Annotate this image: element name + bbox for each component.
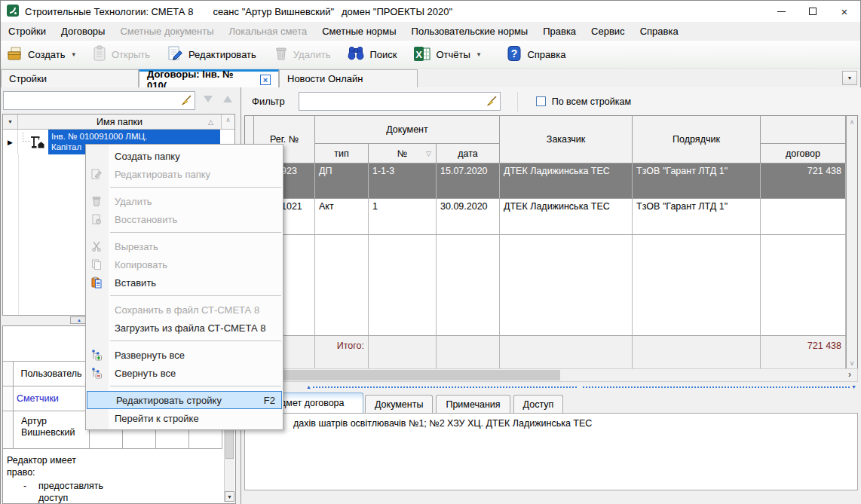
menu-item-lokalnaya-smeta: Локальная смета	[222, 23, 315, 40]
contract-column-header[interactable]: договор	[761, 144, 846, 163]
menu-item-dogovory[interactable]: Договоры	[54, 23, 112, 40]
create-caret-icon[interactable]: ▾	[72, 50, 75, 58]
tab-dogovory[interactable]: Договоры: Інв. № 010( ×	[139, 69, 279, 87]
edit-button[interactable]: Редактировать	[167, 45, 256, 64]
clear-filter-broom-icon[interactable]	[485, 95, 498, 108]
close-button[interactable]: ×	[829, 1, 860, 22]
table-horizontal-scrollbar[interactable]: ›	[244, 368, 858, 382]
search-button[interactable]: Поиск	[347, 45, 397, 64]
tab-documents[interactable]: Документы	[365, 395, 433, 413]
empty-cell	[633, 235, 761, 335]
cell-contract-amount[interactable]: 721 438	[761, 163, 846, 199]
users-vertical-scrollbar[interactable]: ▼	[224, 420, 234, 502]
menu-item-stroyki[interactable]: Стройки	[1, 23, 54, 40]
tab-novosti[interactable]: Новости Онлайн	[279, 69, 418, 87]
all-sites-checkbox[interactable]	[536, 96, 546, 106]
menu-edit-site[interactable]: Редактировать стройку F2	[87, 391, 282, 409]
minimize-button[interactable]	[765, 1, 797, 22]
customer-column-header[interactable]: Заказчик	[500, 116, 633, 163]
totals-amount: 721 438	[761, 335, 846, 369]
cell-type[interactable]: ДП	[315, 163, 369, 199]
scissors-icon	[90, 240, 104, 252]
menu-item-smetnye-normy[interactable]: Сметные нормы	[314, 23, 403, 40]
filter-row: Фильтр По всем стройкам	[241, 87, 861, 115]
contractor-column-header[interactable]: Подрядчик	[633, 116, 761, 163]
tree-item-line2: Капітал	[51, 142, 81, 151]
menu-copy: Копировать	[86, 255, 283, 273]
type-column-header[interactable]: тип	[315, 144, 369, 163]
menu-paste[interactable]: Вставить	[86, 273, 283, 292]
contract-subject-textarea[interactable]: дахів шатрів освітлювачів №1; №2 ХЗУ ХЦ.…	[244, 413, 858, 490]
tab-access[interactable]: Доступ	[513, 395, 564, 413]
menu-goto-site[interactable]: Перейти к стройке	[86, 409, 283, 427]
help-button[interactable]: ? Справка	[506, 45, 565, 64]
filter-input[interactable]	[299, 92, 501, 111]
menu-item-polzovatelskie-normy[interactable]: Пользовательские нормы	[404, 23, 536, 40]
folder-search-input[interactable]	[3, 91, 195, 110]
create-button[interactable]: Создать ▾	[7, 46, 75, 63]
tab-stroyki[interactable]: Стройки	[1, 69, 139, 87]
cell-type[interactable]: Акт	[315, 199, 369, 235]
cell-date[interactable]: 30.09.2020	[437, 199, 500, 235]
users-scroll-down-button[interactable]: ▼	[225, 491, 234, 502]
open-button: Открыть	[92, 45, 150, 63]
hscroll-thumb[interactable]	[245, 370, 560, 380]
menu-create-folder[interactable]: Создать папку	[86, 147, 283, 165]
help-icon: ?	[506, 45, 522, 64]
window-title-domain: домен "ПРОЕКТЫ 2020"	[342, 6, 452, 17]
splitter-up-icon[interactable]: ▲	[306, 384, 311, 389]
restore-icon	[90, 213, 104, 225]
table-scroll-down-icon[interactable]: ∨	[850, 359, 855, 367]
close-icon: ×	[841, 5, 848, 18]
menu-item-servis[interactable]: Сервис	[584, 23, 633, 40]
menu-edit-site-label: Редактировать стройку	[116, 395, 222, 406]
tab-close-icon[interactable]: ×	[260, 75, 271, 85]
reports-caret-icon[interactable]: ▾	[477, 50, 481, 58]
menu-load-from-file[interactable]: Загрузить из файла СТ-СМЕТА 8	[86, 319, 283, 337]
table-scroll-up-icon[interactable]: ∧	[850, 118, 855, 126]
contract-details-splitter[interactable]: ▲ ▼	[244, 382, 858, 392]
hscroll-right-icon[interactable]: ›	[844, 369, 856, 381]
user-group-cell[interactable]: Сметчики	[14, 386, 90, 411]
folder-name-column-header[interactable]: Имя папки △	[18, 115, 221, 129]
svg-text:?: ?	[511, 47, 518, 60]
menu-expand-all[interactable]: Развернуть все	[86, 346, 283, 364]
maximize-button[interactable]	[797, 1, 829, 22]
cell-customer[interactable]: ДТЕК Ладижинська ТЕС	[500, 199, 633, 235]
rights-item: предоставлять доступ	[38, 480, 123, 504]
number-column-header[interactable]: №▽	[369, 144, 437, 163]
date-column-header[interactable]: дата	[437, 144, 500, 163]
splitter-down-icon[interactable]: ▼	[851, 384, 856, 389]
reports-button[interactable]: X Отчёты ▾	[413, 45, 480, 64]
clear-filter-broom-icon[interactable]	[179, 94, 192, 107]
cell-number[interactable]: 1-1-3	[369, 163, 437, 199]
cell-contractor[interactable]: ТзОВ "Гарант ЛТД 1"	[633, 199, 761, 235]
menu-create-folder-label: Создать папку	[115, 151, 180, 162]
cell-contract-amount[interactable]	[761, 199, 846, 235]
tree-column-dropdown-icon[interactable]: ▼	[3, 115, 18, 129]
menu-collapse-all[interactable]: Свернуть все	[86, 364, 283, 382]
cell-number[interactable]: 1	[369, 199, 437, 235]
cell-customer[interactable]: ДТЕК Ладижинська ТЕС	[500, 163, 633, 199]
menubar: Стройки Договоры Сметные документы Локал…	[1, 22, 860, 41]
user-name-cell[interactable]: Артур Вишневский	[14, 411, 90, 449]
table-vertical-scrollbar[interactable]: ∧ ∨	[846, 116, 857, 369]
menu-cut: Вырезать	[86, 237, 283, 255]
user-name-line2: Вишневский	[21, 427, 75, 438]
user-column-header[interactable]: Пользователь	[14, 361, 90, 386]
menu-item-pravka[interactable]: Правка	[535, 23, 584, 40]
cell-contractor[interactable]: ТзОВ "Гарант ЛТД 1"	[633, 163, 761, 199]
tab-list-dropdown-button[interactable]: ▼	[842, 71, 857, 85]
menu-separator	[110, 341, 281, 341]
tab-notes[interactable]: Примечания	[436, 395, 510, 413]
document-group-label: Документ	[386, 124, 427, 135]
empty-cell	[369, 235, 437, 335]
menu-cut-label: Вырезать	[115, 241, 158, 252]
tree-scroll-up-button[interactable]: ∧	[221, 115, 234, 129]
totals-cell	[437, 335, 500, 369]
folder-name-header-label: Имя папки	[97, 117, 142, 127]
toolbar: Создать ▾ Открыть Редактировать Удалить …	[1, 41, 860, 69]
trash-icon	[90, 195, 104, 207]
menu-item-spravka[interactable]: Справка	[633, 23, 686, 40]
cell-date[interactable]: 15.07.2020	[437, 163, 500, 199]
